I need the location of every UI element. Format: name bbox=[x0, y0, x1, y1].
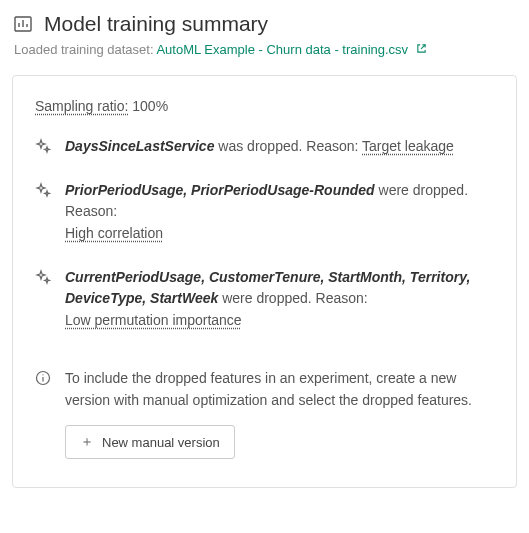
button-label: New manual version bbox=[102, 435, 220, 450]
sampling-value: 100% bbox=[132, 98, 168, 114]
dataset-subheader: Loaded training dataset: AutoML Example … bbox=[12, 42, 517, 57]
page-title: Model training summary bbox=[44, 12, 268, 36]
summary-header: Model training summary bbox=[12, 12, 517, 36]
drop-text: CurrentPeriodUsage, CustomerTenure, Star… bbox=[65, 267, 494, 332]
sampling-label: Sampling ratio: bbox=[35, 98, 128, 114]
drop-reason[interactable]: Low permutation importance bbox=[65, 312, 242, 328]
summary-panel: Sampling ratio: 100% DaysSinceLastServic… bbox=[12, 75, 517, 488]
info-icon bbox=[35, 370, 51, 386]
info-item: To include the dropped features in an ex… bbox=[35, 368, 494, 459]
drop-reason[interactable]: High correlation bbox=[65, 225, 163, 241]
drop-tail: were dropped. Reason: bbox=[218, 290, 367, 306]
sparkle-icon bbox=[35, 138, 51, 154]
drop-features: DaysSinceLastService bbox=[65, 138, 214, 154]
drop-tail: was dropped. Reason: bbox=[214, 138, 362, 154]
new-manual-version-button[interactable]: ＋ New manual version bbox=[65, 425, 235, 459]
sampling-row: Sampling ratio: 100% bbox=[35, 98, 494, 114]
drop-item: CurrentPeriodUsage, CustomerTenure, Star… bbox=[35, 267, 494, 332]
info-body: To include the dropped features in an ex… bbox=[65, 368, 494, 459]
drop-text: DaysSinceLastService was dropped. Reason… bbox=[65, 136, 494, 158]
drop-reason[interactable]: Target leakage bbox=[362, 138, 454, 154]
dataset-name: AutoML Example - Churn data - training.c… bbox=[156, 42, 408, 57]
info-text: To include the dropped features in an ex… bbox=[65, 368, 494, 411]
chart-icon bbox=[12, 13, 34, 35]
drop-text: PriorPeriodUsage, PriorPeriodUsage-Round… bbox=[65, 180, 494, 245]
drop-item: DaysSinceLastService was dropped. Reason… bbox=[35, 136, 494, 158]
sparkle-icon bbox=[35, 182, 51, 198]
dataset-label: Loaded training dataset: bbox=[14, 42, 154, 57]
external-link-icon bbox=[416, 42, 427, 57]
plus-icon: ＋ bbox=[80, 433, 94, 451]
svg-point-6 bbox=[42, 374, 43, 375]
sparkle-icon bbox=[35, 269, 51, 285]
drop-item: PriorPeriodUsage, PriorPeriodUsage-Round… bbox=[35, 180, 494, 245]
drop-features: PriorPeriodUsage, PriorPeriodUsage-Round… bbox=[65, 182, 375, 198]
dataset-link[interactable]: AutoML Example - Churn data - training.c… bbox=[156, 42, 426, 57]
